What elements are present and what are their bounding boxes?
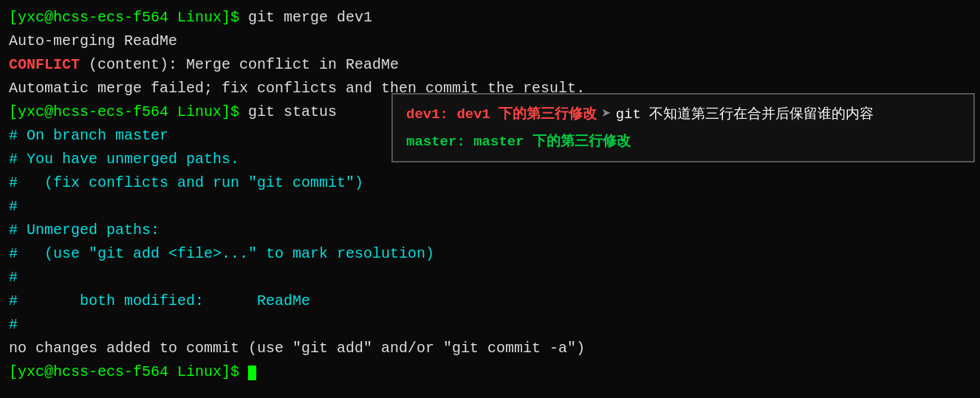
output-10: # Unmerged paths: <box>9 222 160 239</box>
terminal-line-3: CONFLICT (content): Merge conflict in Re… <box>9 53 971 77</box>
conflict-keyword: CONFLICT <box>9 56 80 73</box>
terminal-line-11: # (use "git add <file>..." to mark resol… <box>9 242 971 266</box>
prompt-5: [yxc@hcss-ecs-f564 Linux]$ <box>9 103 248 120</box>
output-7: # You have unmerged paths. <box>9 151 239 168</box>
output-13: # both modified: ReadMe <box>9 292 310 309</box>
terminal-line-15: no changes added to commit (use "git add… <box>9 337 971 360</box>
terminal-line-1: [yxc@hcss-ecs-f564 Linux]$ git merge dev… <box>9 6 971 30</box>
terminal-line-9: # <box>9 195 971 219</box>
terminal-line-10: # Unmerged paths: <box>9 219 971 242</box>
terminal-line-16: [yxc@hcss-ecs-f564 Linux]$ <box>9 360 971 384</box>
cursor <box>248 366 256 380</box>
output-11: # (use "git add <file>..." to mark resol… <box>9 245 434 262</box>
tooltip-annotation: dev1: dev1 下的第三行修改 ➤ git 不知道第三行在合并后保留谁的内… <box>391 93 975 162</box>
output-14: # <box>9 316 18 333</box>
cmd-1: git merge dev1 <box>248 9 372 26</box>
terminal: [yxc@hcss-ecs-f564 Linux]$ git merge dev… <box>0 0 980 398</box>
terminal-line-14: # <box>9 313 971 337</box>
output-15: no changes added to commit (use "git add… <box>9 340 585 357</box>
terminal-line-13: # both modified: ReadMe <box>9 289 971 313</box>
cmd-5: git status <box>248 103 337 120</box>
output-9: # <box>9 198 18 215</box>
terminal-line-8: # (fix conflicts and run "git commit") <box>9 171 971 195</box>
output-8: # (fix conflicts and run "git commit") <box>9 174 363 191</box>
tooltip-dev-label: dev1: dev1 下的第三行修改 <box>406 103 597 126</box>
output-6: # On branch master <box>9 127 168 144</box>
tooltip-row-master: master: master 下的第三行修改 <box>406 131 960 153</box>
prompt-16: [yxc@hcss-ecs-f564 Linux]$ <box>9 363 248 380</box>
tooltip-row-dev: dev1: dev1 下的第三行修改 ➤ git 不知道第三行在合并后保留谁的内… <box>406 102 960 128</box>
output-3: (content): Merge conflict in ReadMe <box>80 56 399 73</box>
terminal-line-2: Auto-merging ReadMe <box>9 30 971 53</box>
prompt-1: [yxc@hcss-ecs-f564 Linux]$ <box>9 9 248 26</box>
output-12: # <box>9 269 18 286</box>
terminal-line-12: # <box>9 266 971 289</box>
tooltip-master-label: master: master 下的第三行修改 <box>406 131 631 153</box>
output-2: Auto-merging ReadMe <box>9 32 177 49</box>
tooltip-description: git 不知道第三行在合并后保留谁的内容 <box>616 103 874 126</box>
tooltip-arrow-icon: ➤ <box>601 102 611 128</box>
